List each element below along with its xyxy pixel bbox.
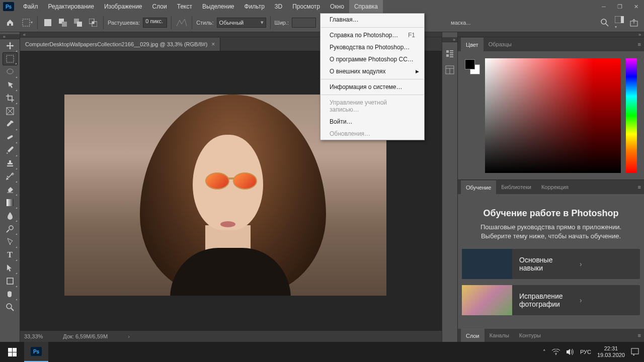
- learn-thumb: [462, 285, 512, 315]
- dd-sysinfo[interactable]: Информация о системе…: [320, 81, 424, 93]
- volume-icon[interactable]: [566, 348, 574, 355]
- history-brush-tool[interactable]: [3, 170, 18, 183]
- pen-tool[interactable]: [3, 235, 18, 248]
- tab-layers[interactable]: Слои: [461, 329, 485, 342]
- flyout-expand[interactable]: »: [442, 37, 457, 42]
- toolbox-collapse[interactable]: «: [0, 34, 20, 39]
- language-indicator[interactable]: РУС: [580, 349, 591, 355]
- hand-tool[interactable]: [3, 288, 18, 301]
- doc-size[interactable]: Док: 6,59M/6,59M: [63, 333, 108, 339]
- taskbar-photoshop[interactable]: Ps: [24, 342, 48, 362]
- chevron-right-icon: ›: [580, 296, 633, 304]
- share-icon[interactable]: [630, 19, 638, 27]
- marquee-tool[interactable]: [3, 52, 18, 65]
- window-restore[interactable]: ❐: [612, 0, 628, 13]
- panel-menu-icon[interactable]: ≡: [638, 184, 641, 190]
- zoom-tool[interactable]: [3, 301, 18, 314]
- menu-window[interactable]: Окно: [325, 0, 349, 13]
- dd-tutorials[interactable]: Руководства по Photoshop…: [320, 41, 424, 53]
- history-panel-icon[interactable]: [445, 49, 454, 58]
- feather-label: Растушевка:: [108, 20, 140, 26]
- crop-tool[interactable]: [3, 92, 18, 105]
- path-select-tool[interactable]: [3, 261, 18, 275]
- svg-rect-3: [62, 22, 67, 27]
- eraser-tool[interactable]: [3, 183, 18, 196]
- close-icon[interactable]: ×: [211, 41, 215, 48]
- menu-file[interactable]: Файл: [18, 0, 43, 13]
- svg-rect-29: [450, 50, 453, 51]
- lasso-tool[interactable]: [3, 65, 18, 78]
- properties-panel-icon[interactable]: [445, 65, 454, 74]
- heal-tool[interactable]: [3, 131, 18, 144]
- selection-new[interactable]: [42, 17, 54, 29]
- document-tab[interactable]: ComputerDesktopWallpapersCollection2166_…: [20, 38, 220, 51]
- menu-select[interactable]: Выделение: [197, 0, 239, 13]
- collapsed-panels: »: [442, 32, 458, 342]
- wifi-icon[interactable]: [552, 349, 560, 355]
- antialias-toggle[interactable]: [176, 17, 188, 29]
- type-tool[interactable]: T: [3, 248, 18, 261]
- hue-slider[interactable]: [626, 58, 637, 173]
- learn-panel-tabs: Обучение Библиотеки Коррекция ≡: [458, 180, 644, 194]
- action-center-icon[interactable]: [631, 348, 639, 356]
- tab-channels[interactable]: Каналы: [485, 329, 514, 342]
- window-close[interactable]: ✕: [628, 0, 644, 13]
- tray-chevron-icon[interactable]: ˄: [543, 349, 546, 355]
- stamp-tool[interactable]: [3, 157, 18, 170]
- dd-plugins[interactable]: О внешних модулях▶: [320, 65, 424, 77]
- panel-menu-icon[interactable]: ≡: [638, 332, 641, 338]
- zoom-level[interactable]: 33,33%: [24, 333, 43, 339]
- brush-tool[interactable]: [3, 144, 18, 157]
- workspace-switcher[interactable]: ▾: [615, 16, 624, 29]
- move-tool[interactable]: [3, 39, 18, 52]
- menu-edit[interactable]: Редактирование: [43, 0, 99, 13]
- style-select[interactable]: Обычный: [217, 18, 266, 28]
- shape-tool[interactable]: [3, 275, 18, 288]
- window-minimize[interactable]: ─: [596, 0, 612, 13]
- eyedropper-tool[interactable]: [3, 118, 18, 131]
- tab-libraries[interactable]: Библиотеки: [496, 180, 536, 194]
- color-field[interactable]: [485, 58, 621, 173]
- blur-tool[interactable]: [3, 209, 18, 222]
- feather-input[interactable]: 0 пикс.: [143, 18, 167, 28]
- svg-rect-22: [7, 199, 14, 206]
- selection-intersect[interactable]: [87, 17, 99, 29]
- search-icon[interactable]: [601, 19, 609, 27]
- chevron-right-icon[interactable]: ›: [128, 333, 130, 339]
- quick-select-tool[interactable]: [3, 78, 18, 92]
- menu-layer[interactable]: Слои: [147, 0, 172, 13]
- gradient-tool[interactable]: [3, 196, 18, 209]
- selection-subtract[interactable]: [72, 17, 84, 29]
- menu-text[interactable]: Текст: [172, 0, 197, 13]
- taskbar-clock[interactable]: 22:31 19.03.2020: [597, 345, 625, 358]
- dd-home[interactable]: Главная…: [320, 14, 424, 26]
- svg-point-15: [7, 69, 13, 74]
- dd-signin[interactable]: Войти…: [320, 116, 424, 128]
- tab-color[interactable]: Цвет: [461, 38, 484, 51]
- dd-about[interactable]: О программе Photoshop CC…: [320, 53, 424, 65]
- tab-adjustments[interactable]: Коррекция: [536, 180, 574, 194]
- marquee-preset[interactable]: ▾: [21, 17, 33, 29]
- home-button[interactable]: [3, 17, 17, 29]
- start-button[interactable]: [0, 342, 24, 362]
- width-input[interactable]: [292, 18, 316, 28]
- menu-view[interactable]: Просмотр: [287, 0, 325, 13]
- menu-3d[interactable]: 3D: [270, 0, 287, 13]
- tab-swatches[interactable]: Образцы: [484, 38, 517, 51]
- selection-add[interactable]: [57, 17, 69, 29]
- fg-bg-swatch[interactable]: [465, 59, 480, 74]
- svg-rect-14: [7, 55, 14, 62]
- menu-filter[interactable]: Фильтр: [239, 0, 270, 13]
- tab-learn[interactable]: Обучение: [461, 180, 496, 194]
- frame-tool[interactable]: [3, 105, 18, 118]
- dodge-tool[interactable]: [3, 222, 18, 235]
- mask-label[interactable]: маска...: [451, 20, 471, 26]
- menu-help[interactable]: Справка: [349, 0, 383, 13]
- panels-collapse[interactable]: »: [458, 32, 644, 37]
- tab-paths[interactable]: Контуры: [514, 329, 546, 342]
- learn-card-basics[interactable]: Основные навыки ›: [462, 249, 640, 279]
- menu-image[interactable]: Изображение: [99, 0, 147, 13]
- panel-menu-icon[interactable]: ≡: [638, 41, 641, 47]
- dd-ps-help[interactable]: Справка по Photoshop…F1: [320, 29, 424, 41]
- learn-card-retouch[interactable]: Исправление фотографии ›: [462, 285, 640, 315]
